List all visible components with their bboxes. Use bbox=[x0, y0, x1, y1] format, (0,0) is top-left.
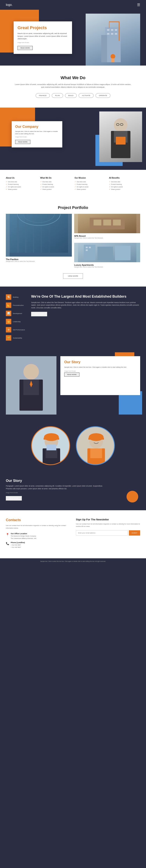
contact-office-name: The Awesome Design Studio Company bbox=[11, 535, 36, 537]
portfolio-img-spa bbox=[74, 214, 140, 233]
svg-rect-38 bbox=[89, 247, 91, 248]
portfolio-item-luxury[interactable]: Luxury Apartments Sample text. Click to … bbox=[74, 243, 140, 270]
builders-section: 🏗 Building 📐 Preconstruction 📊 Developme… bbox=[0, 286, 146, 348]
sustainability-label: Sustainability bbox=[13, 337, 22, 339]
about-section: About Us ✓One time click ✓Product learni… bbox=[0, 170, 146, 198]
pill-activate[interactable]: ACTIVATE bbox=[79, 93, 94, 98]
svg-rect-37 bbox=[86, 247, 88, 248]
story2-body: Paragraph. Lorem ipsum dolor sit amet, c… bbox=[6, 485, 103, 490]
svg-rect-30 bbox=[94, 220, 101, 225]
about-col-3-list: ✓One time click ✓Product learning ✓On ri… bbox=[75, 181, 106, 191]
builders-heading: We're One Of The Largest And Most Establ… bbox=[31, 294, 140, 299]
location-icon: 📍 bbox=[6, 533, 9, 536]
preconstruction-label: Preconstruction bbox=[13, 305, 24, 306]
company-card: Our Company Sample text. Click to select… bbox=[12, 121, 62, 148]
svg-point-41 bbox=[23, 364, 39, 379]
svg-rect-57 bbox=[90, 448, 102, 458]
company-img-label: Image from Envato bbox=[15, 136, 59, 137]
about-col-1: About Us ✓One time click ✓Product learni… bbox=[6, 177, 37, 191]
portfolio-item-pavilion[interactable]: The Pavilion Sample text. Click to selec… bbox=[6, 214, 72, 270]
svg-rect-18 bbox=[116, 137, 125, 145]
company-title: Our Company bbox=[15, 125, 59, 129]
leadership-icon: 👑 bbox=[6, 319, 11, 324]
pill-build[interactable]: BUILD bbox=[65, 93, 77, 98]
story-title: Our Story bbox=[64, 360, 136, 364]
portfolio-item-spa[interactable]: SPA Resort Sample text. Click to select … bbox=[74, 214, 140, 241]
newsletter-heading: Sign Up For The Newsletter bbox=[76, 518, 140, 521]
portfolio-img-luxury bbox=[74, 243, 140, 262]
svg-point-47 bbox=[44, 433, 59, 441]
contact-phone: 📞 Phone (Landline) + 312 542 9987 + 312 … bbox=[6, 541, 70, 549]
contact-office-address: The Unbeknown Billberry Elsimere, Info bbox=[11, 537, 36, 539]
contact-office-label: Our Office Location bbox=[11, 533, 36, 534]
luxury-caption: Sample text. Click to select the Text El… bbox=[74, 266, 140, 268]
story2-orange-dot bbox=[126, 491, 138, 502]
svg-point-11 bbox=[111, 54, 115, 59]
hero-building-svg bbox=[93, 20, 133, 66]
what-we-do-heading: What We Do bbox=[8, 75, 138, 80]
pill-finance[interactable]: FINANCE bbox=[36, 93, 50, 98]
preconstruction-icon: 📐 bbox=[6, 303, 11, 308]
company-photo-inner bbox=[99, 112, 142, 162]
company-section: Our Company Sample text. Click to select… bbox=[0, 107, 146, 170]
spa-svg bbox=[74, 214, 140, 233]
pill-operate[interactable]: OPERATE bbox=[95, 93, 110, 98]
about-col-2: What We Do ✓One time click ✓Product lear… bbox=[40, 177, 71, 191]
company-read-more-button[interactable]: READ MORE bbox=[15, 140, 30, 144]
hero-section: Great Projects Mauris dui ex amet, conse… bbox=[0, 10, 146, 66]
leadership-label: Leadership bbox=[13, 321, 21, 322]
about-col-2-item-4: ✓Share product bbox=[40, 188, 71, 191]
pill-plan[interactable]: PLAN bbox=[52, 93, 63, 98]
builder-icon-selfperformance: ⚙ Self-Performance bbox=[6, 327, 27, 333]
portfolio-caption-spa: SPA Resort Sample text. Click to select … bbox=[74, 233, 140, 241]
svg-rect-27 bbox=[10, 253, 68, 256]
hero-img-label: Image from Envato bbox=[18, 42, 68, 43]
svg-rect-6 bbox=[111, 33, 113, 35]
worker-1-svg bbox=[32, 427, 70, 465]
newsletter-submit-button[interactable]: SUBMIT bbox=[129, 530, 140, 535]
pavilion-title: The Pavilion bbox=[6, 258, 72, 260]
story-img-label: Image from Envato bbox=[64, 370, 136, 372]
what-we-do-intro: Lorem ipsum dolor sit amet, consectetur … bbox=[14, 83, 132, 89]
pavilion-svg bbox=[6, 214, 72, 256]
about-col-4: All Benefits ✓One time click ✓Product le… bbox=[109, 177, 140, 191]
story-read-more-button[interactable]: READ MORE bbox=[64, 373, 80, 377]
builders-read-more-button[interactable]: READ MORE bbox=[31, 312, 47, 316]
newsletter-form: SUBMIT bbox=[76, 530, 140, 535]
svg-rect-35 bbox=[97, 247, 113, 260]
worker-2-svg bbox=[77, 427, 115, 465]
svg-rect-55 bbox=[88, 438, 104, 440]
about-col-2-item-3: ✓On rights to assist bbox=[40, 186, 71, 188]
svg-rect-10 bbox=[109, 22, 109, 28]
building-label: Building bbox=[13, 296, 18, 298]
hero-read-more-button[interactable]: READ MORE bbox=[18, 46, 33, 50]
story-person-svg bbox=[6, 356, 56, 414]
hero-card: Great Projects Mauris dui ex amet, conse… bbox=[13, 22, 72, 54]
about-col-3-heading: Our Mission bbox=[75, 177, 106, 179]
story2-img-label: Image From Envato bbox=[6, 492, 103, 493]
about-col-3-item-2: ✓Product learning bbox=[75, 183, 106, 186]
newsletter-email-input[interactable] bbox=[76, 530, 128, 535]
about-col-1-heading: About Us bbox=[6, 177, 37, 179]
navbar: logo. ☰ bbox=[0, 0, 146, 10]
about-col-1-item-4: ✓Share product bbox=[6, 188, 37, 191]
builder-icon-sustainability: 🌱 Sustainability bbox=[6, 335, 27, 341]
pills-container: FINANCE PLAN BUILD ACTIVATE OPERATE bbox=[8, 93, 138, 98]
nav-menu-icon[interactable]: ☰ bbox=[137, 3, 140, 7]
portfolio-grid: The Pavilion Sample text. Click to selec… bbox=[6, 214, 140, 270]
svg-rect-2 bbox=[107, 29, 109, 31]
selfperformance-icon: ⚙ bbox=[6, 327, 11, 333]
story-text: Our Story Sample text. Click to select t… bbox=[60, 356, 140, 395]
story2-read-more-button[interactable]: READ MORE bbox=[6, 496, 22, 500]
company-person-svg bbox=[99, 112, 142, 162]
contact-phone-detail: Phone (Landline) + 312 542 9987 + 312 43… bbox=[11, 541, 25, 549]
spa-caption: Sample text. Click to select the Text El… bbox=[74, 237, 140, 239]
footer: Sample text. Click to select the text bo… bbox=[0, 558, 146, 564]
about-col-1-item-1: ✓One time click bbox=[6, 181, 37, 183]
spa-title: SPA Resort bbox=[74, 235, 140, 237]
selfperformance-label: Self-Performance bbox=[13, 329, 25, 331]
company-body: Sample text. Click to select the text bo… bbox=[15, 130, 59, 135]
view-more-button[interactable]: VIEW MORE bbox=[63, 273, 83, 279]
portfolio-img-pavilion bbox=[6, 214, 72, 256]
svg-rect-9 bbox=[109, 22, 119, 22]
